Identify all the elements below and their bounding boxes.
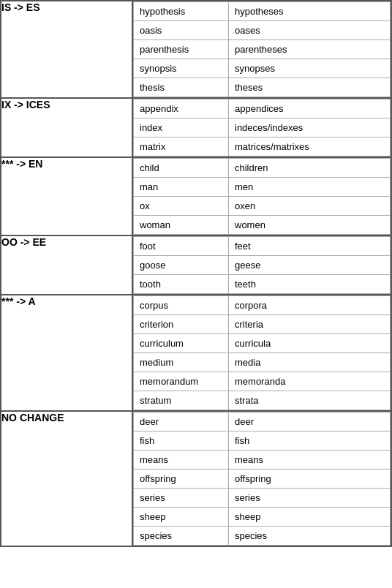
singular-word: index (134, 118, 229, 137)
table-row: speciesspecies (134, 527, 391, 546)
singular-word: foot (134, 237, 229, 256)
plural-word: hypotheses (229, 2, 391, 21)
table-row: indexindeces/indexes (134, 118, 391, 137)
singular-word: woman (134, 216, 229, 235)
table-row: deerdeer (134, 412, 391, 431)
words-cell: footfeetgoosegeesetoothteeth (132, 235, 391, 295)
words-cell: appendixappendicesindexindeces/indexesma… (132, 98, 391, 157)
table-row: sheepsheep (134, 508, 391, 527)
table-row: goosegeese (134, 256, 391, 275)
plural-word: fish (229, 431, 391, 451)
table-row: stratumstrata (134, 391, 391, 410)
singular-word: fish (134, 431, 229, 451)
plural-word: offspring (229, 470, 391, 489)
plural-word: teeth (229, 275, 391, 294)
table-row: childchildren (134, 159, 391, 178)
category-cell: OO -> EE (1, 235, 132, 295)
singular-word: ox (134, 197, 229, 216)
table-row: womanwomen (134, 216, 391, 235)
table-row: synopsissynopses (134, 59, 391, 78)
plural-word: corpora (229, 296, 391, 315)
words-cell: deerdeerfishfishmeansmeansoffspringoffsp… (132, 411, 391, 546)
table-row: fishfish (134, 431, 391, 451)
singular-word: species (134, 527, 229, 546)
singular-word: goose (134, 256, 229, 275)
plural-word: curricula (229, 334, 391, 353)
singular-word: memorandum (134, 372, 229, 391)
category-cell: *** -> A (1, 295, 132, 411)
table-row: oasisoases (134, 21, 391, 40)
plural-word: oases (229, 21, 391, 40)
plural-word: children (229, 159, 391, 178)
table-row: matrixmatrices/matrixes (134, 137, 391, 157)
table-row: footfeet (134, 237, 391, 256)
singular-word: stratum (134, 391, 229, 410)
plural-word: theses (229, 78, 391, 97)
plural-word: men (229, 178, 391, 197)
category-cell: IS -> ES (1, 1, 132, 98)
singular-word: tooth (134, 275, 229, 294)
table-row: seriesseries (134, 489, 391, 508)
plural-word: series (229, 489, 391, 508)
plural-word: criteria (229, 315, 391, 334)
singular-word: medium (134, 353, 229, 372)
plural-word: media (229, 353, 391, 372)
words-cell: childchildrenmanmenoxoxenwomanwomen (132, 157, 391, 235)
plural-word: women (229, 216, 391, 235)
singular-word: appendix (134, 99, 229, 118)
table-row: manmen (134, 178, 391, 197)
plural-word: geese (229, 256, 391, 275)
table-row: corpuscorpora (134, 296, 391, 315)
table-row: oxoxen (134, 197, 391, 216)
table-row: meansmeans (134, 451, 391, 470)
table-row: mediummedia (134, 353, 391, 372)
singular-word: means (134, 451, 229, 470)
singular-word: deer (134, 412, 229, 431)
category-cell: NO CHANGE (1, 411, 132, 546)
plural-word: indeces/indexes (229, 118, 391, 137)
plural-word: memoranda (229, 372, 391, 391)
singular-word: sheep (134, 508, 229, 527)
singular-word: oasis (134, 21, 229, 40)
words-cell: corpuscorporacriterioncriteriacurriculum… (132, 295, 391, 411)
singular-word: curriculum (134, 334, 229, 353)
singular-word: thesis (134, 78, 229, 97)
plural-word: parentheses (229, 40, 391, 59)
plural-word: strata (229, 391, 391, 410)
table-row: parenthesisparentheses (134, 40, 391, 59)
plural-word: species (229, 527, 391, 546)
plural-word: feet (229, 237, 391, 256)
singular-word: series (134, 489, 229, 508)
singular-word: parenthesis (134, 40, 229, 59)
words-cell: hypothesishypothesesoasisoasesparenthesi… (132, 1, 391, 98)
category-cell: *** -> EN (1, 157, 132, 235)
plural-word: appendices (229, 99, 391, 118)
category-cell: IX -> ICES (1, 98, 132, 157)
singular-word: criterion (134, 315, 229, 334)
table-row: curriculumcurricula (134, 334, 391, 353)
singular-word: child (134, 159, 229, 178)
singular-word: man (134, 178, 229, 197)
table-row: toothteeth (134, 275, 391, 294)
singular-word: offspring (134, 470, 229, 489)
singular-word: corpus (134, 296, 229, 315)
table-row: thesistheses (134, 78, 391, 97)
main-table: IS -> EShypothesishypothesesoasisoasespa… (0, 0, 392, 547)
table-row: hypothesishypotheses (134, 2, 391, 21)
singular-word: hypothesis (134, 2, 229, 21)
plural-word: deer (229, 412, 391, 431)
table-row: appendixappendices (134, 99, 391, 118)
table-row: criterioncriteria (134, 315, 391, 334)
plural-word: sheep (229, 508, 391, 527)
singular-word: matrix (134, 137, 229, 157)
plural-word: matrices/matrixes (229, 137, 391, 157)
singular-word: synopsis (134, 59, 229, 78)
plural-word: oxen (229, 197, 391, 216)
plural-word: synopses (229, 59, 391, 78)
table-row: memorandummemoranda (134, 372, 391, 391)
plural-word: means (229, 451, 391, 470)
table-row: offspringoffspring (134, 470, 391, 489)
